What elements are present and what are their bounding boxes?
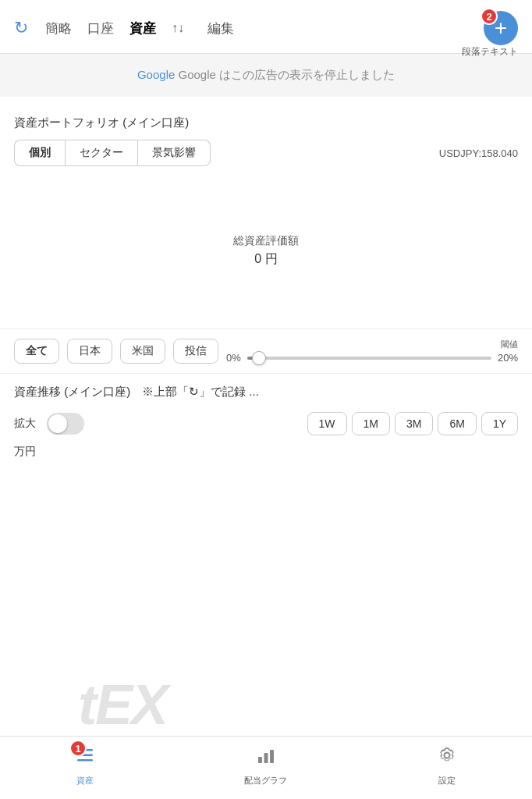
period-1m[interactable]: 1M [352, 412, 390, 435]
svg-rect-5 [270, 750, 274, 763]
asset-history-section: 資産推移 (メイン口座) ※上部「↻」で記録 ... [0, 374, 532, 404]
total-value: 0 円 [254, 251, 277, 268]
bottom-nav-dividend-chart[interactable]: 配当グラフ [244, 744, 287, 787]
slider-max-value: 20% [498, 352, 518, 364]
chart-y-axis-label: 万円 [0, 445, 532, 459]
tabs-row: 個別 セクター 景気影響 USDJPY:158.040 [14, 140, 518, 166]
tab-economic-impact[interactable]: 景気影響 [138, 140, 211, 166]
svg-rect-3 [258, 757, 262, 763]
bottom-nav-settings[interactable]: 設定 [436, 744, 458, 787]
tex-watermark: tEX [78, 673, 167, 737]
portfolio-section-title: 資産ポートフォリオ (メイン口座) [14, 115, 518, 130]
nav-item-brief[interactable]: 簡略 [45, 20, 72, 37]
svg-rect-2 [77, 759, 93, 762]
badge-1: 1 [69, 740, 87, 757]
tab-sector[interactable]: セクター [65, 140, 138, 166]
threshold-label: 閾値 [226, 339, 518, 350]
total-label: 総資産評価額 [233, 234, 299, 248]
bottom-navigation: 1 資産 配当グラフ [0, 736, 532, 799]
toggle-thumb [48, 414, 67, 433]
slider-track[interactable] [247, 357, 491, 360]
ad-banner: Google Google はこの広告の表示を停止しました [0, 54, 532, 97]
nav-item-account[interactable]: 口座 [87, 20, 114, 37]
period-buttons: 1W 1M 3M 6M 1Y [307, 412, 518, 435]
enlarge-label: 拡大 [14, 417, 36, 431]
exchange-rate: USDJPY:158.040 [439, 147, 518, 159]
period-1w[interactable]: 1W [307, 412, 347, 435]
nav-sort-button[interactable]: ↑↓ [172, 21, 184, 35]
bar-chart-icon [255, 744, 277, 772]
ad-text-content: Google はこの広告の表示を停止しました [179, 68, 395, 81]
nav-items: 簡略 口座 資産 ↑↓ 編集 [45, 20, 484, 37]
nav-edit-button[interactable]: 編集 [207, 20, 234, 37]
refresh-button[interactable]: ↻ [14, 18, 28, 38]
portfolio-section: 資産ポートフォリオ (メイン口座) 個別 セクター 景気影響 USDJPY:15… [0, 105, 532, 166]
period-1y[interactable]: 1Y [481, 412, 518, 435]
asset-history-title: 資産推移 (メイン口座) ※上部「↻」で記録 ... [14, 385, 518, 400]
filter-row: 全て 日本 米国 投信 閾値 0% 20% [0, 328, 532, 374]
slider-min-value: 0% [226, 352, 241, 364]
gear-icon [436, 744, 458, 772]
badge-2: 2 [481, 8, 498, 25]
add-button[interactable]: 2 + [484, 11, 518, 45]
top-navigation: ↻ 簡略 口座 資産 ↑↓ 編集 2 + 段落テキスト [0, 0, 532, 54]
slider-thumb[interactable] [252, 351, 266, 365]
enlarge-toggle[interactable] [47, 413, 84, 435]
nav-item-assets[interactable]: 資産 [129, 20, 156, 37]
period-6m[interactable]: 6M [438, 412, 476, 435]
enlarge-row: 拡大 1W 1M 3M 6M 1Y [0, 404, 532, 443]
portfolio-chart: 総資産評価額 0 円 [0, 172, 532, 328]
bottom-nav-assets-label: 資産 [76, 775, 94, 787]
filter-japan[interactable]: 日本 [67, 339, 112, 364]
portfolio-tabs: 個別 セクター 景気影響 [14, 140, 211, 166]
threshold-slider-area: 閾値 0% 20% [226, 339, 518, 364]
filter-usa[interactable]: 米国 [120, 339, 165, 364]
ad-text: Google Google はこの広告の表示を停止しました [137, 68, 395, 81]
filter-all[interactable]: 全て [14, 339, 59, 364]
slider-row: 0% 20% [226, 352, 518, 364]
tab-individual[interactable]: 個別 [14, 140, 65, 166]
svg-rect-4 [264, 753, 268, 763]
paragraph-text-label: 段落テキスト [462, 45, 518, 59]
bottom-nav-settings-label: 設定 [438, 775, 456, 787]
filter-fund[interactable]: 投信 [173, 339, 218, 364]
period-3m[interactable]: 3M [395, 412, 433, 435]
bottom-nav-assets[interactable]: 1 資産 [74, 744, 96, 787]
bottom-nav-dividend-label: 配当グラフ [244, 775, 287, 787]
